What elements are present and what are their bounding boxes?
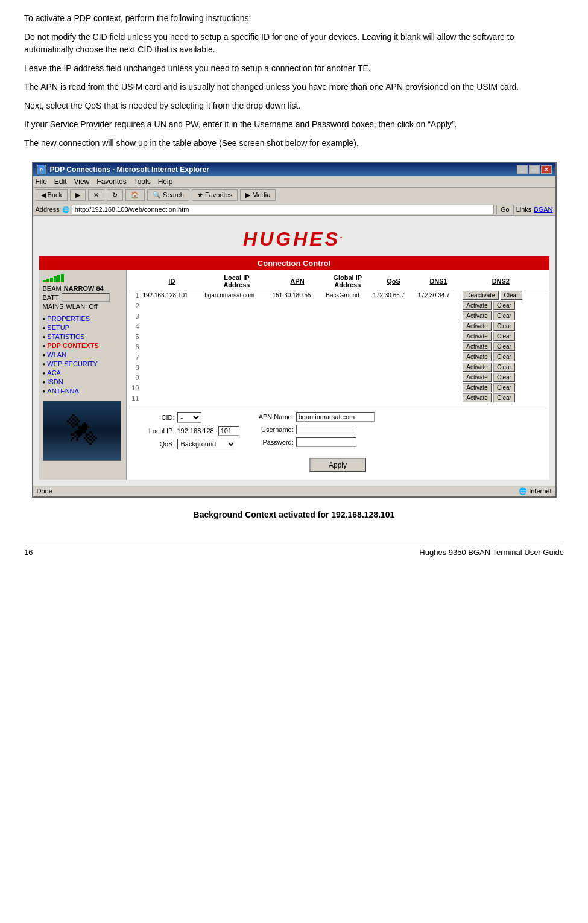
row-qos xyxy=(324,382,371,393)
menu-help[interactable]: Help xyxy=(158,177,173,186)
password-input[interactable] xyxy=(296,437,356,447)
th-dns2: DNS2 xyxy=(461,273,540,290)
activate-button[interactable]: Activate xyxy=(463,373,492,382)
clear-button[interactable]: Clear xyxy=(493,363,515,372)
back-button[interactable]: ◀ Back xyxy=(36,189,68,201)
bullet-icon: ● xyxy=(43,334,46,340)
left-panel: BEAM NARROW 84 BATT MAINS WLAN: Off ● PR… xyxy=(39,270,127,480)
apn-name-input[interactable] xyxy=(296,412,375,422)
username-label: Username: xyxy=(251,426,294,433)
ie-titlebar-left: e PDP Connections - Microsoft Internet E… xyxy=(37,165,209,174)
activate-button[interactable]: Activate xyxy=(463,332,492,341)
stop-button[interactable]: ✕ xyxy=(88,189,104,201)
row-global-ip xyxy=(271,382,324,393)
favorites-button[interactable]: ★ Favorites xyxy=(192,189,238,201)
qos-select[interactable]: Background Streaming Interactive Convers… xyxy=(177,439,236,449)
activate-button[interactable]: Activate xyxy=(463,352,492,361)
clear-button[interactable]: Clear xyxy=(493,373,515,382)
username-input[interactable] xyxy=(296,425,356,434)
row-dns1 xyxy=(371,352,416,362)
page-content: HUGHES. Connection Control xyxy=(33,216,555,486)
nav-wlan[interactable]: ● WLAN xyxy=(43,351,122,358)
local-ip-row: Local IP: 192.168.128. xyxy=(133,426,239,436)
main-layout: BEAM NARROW 84 BATT MAINS WLAN: Off ● PR… xyxy=(39,270,549,480)
address-input[interactable] xyxy=(72,205,494,214)
beam-value: NARROW 84 xyxy=(64,285,104,292)
menu-favorites[interactable]: Favorites xyxy=(96,177,126,186)
row-num: 5 xyxy=(129,331,141,341)
row-num: 8 xyxy=(129,362,141,372)
activate-button[interactable]: Activate xyxy=(463,301,492,310)
clear-button[interactable]: Clear xyxy=(493,322,515,331)
search-button[interactable]: 🔍 Search xyxy=(147,189,189,201)
media-button[interactable]: ▶ Media xyxy=(240,189,276,201)
clear-button[interactable]: Clear xyxy=(501,291,522,300)
cid-select[interactable]: - xyxy=(177,412,201,423)
activate-button[interactable]: Activate xyxy=(463,363,492,372)
row-global-ip xyxy=(271,362,324,372)
nav-statistics[interactable]: ● STATISTICS xyxy=(43,333,122,340)
forward-button[interactable]: ▶ xyxy=(70,189,86,201)
clear-button[interactable]: Clear xyxy=(493,332,515,341)
activate-button[interactable]: Activate xyxy=(463,311,492,320)
ie-title-text: PDP Connections - Microsoft Internet Exp… xyxy=(50,165,209,174)
table-row: 8 Activate Clear xyxy=(129,362,547,372)
nav-pdp-contexts[interactable]: ● PDP CONTEXTS xyxy=(43,342,122,349)
row-dns1 xyxy=(371,300,416,311)
clear-button[interactable]: Clear xyxy=(493,352,515,361)
nav-aca[interactable]: ● ACA xyxy=(43,369,122,376)
row-dns1: 172.30.66.7 xyxy=(371,290,416,301)
bullet-icon: ● xyxy=(43,316,46,322)
local-ip-label: Local IP: xyxy=(133,427,175,434)
ie-menubar: File Edit View Favorites Tools Help xyxy=(33,176,555,188)
bullet-icon: ● xyxy=(43,361,46,367)
menu-file[interactable]: File xyxy=(36,177,47,186)
row-id xyxy=(141,393,203,403)
row-id xyxy=(141,341,203,352)
cid-label: CID: xyxy=(133,414,175,421)
table-row: 9 Activate Clear xyxy=(129,372,547,382)
th-qos: QoS xyxy=(371,273,416,290)
bullet-icon: ● xyxy=(43,370,46,376)
clear-button[interactable]: Clear xyxy=(493,311,515,320)
activate-button[interactable]: Activate xyxy=(463,322,492,331)
clear-button[interactable]: Clear xyxy=(493,383,515,392)
maximize-button[interactable]: □ xyxy=(529,165,540,174)
page-footer: 16 Hughes 9350 BGAN Terminal User Guide xyxy=(24,544,564,557)
clear-button[interactable]: Clear xyxy=(493,393,515,402)
row-id xyxy=(141,331,203,341)
minimize-button[interactable]: _ xyxy=(517,165,528,174)
go-button[interactable]: Go xyxy=(496,205,514,214)
activate-button[interactable]: Activate xyxy=(463,383,492,392)
connection-table: ID Local IPAddress APN Global IPAddress … xyxy=(129,273,547,403)
table-row: 5 Activate Clear xyxy=(129,331,547,341)
nav-isdn[interactable]: ● ISDN xyxy=(43,378,122,385)
apply-button[interactable]: Apply xyxy=(309,458,366,472)
row-actions: Activate Clear xyxy=(461,393,540,403)
left-nav: ● PROPERTIES ● SETUP ● STATISTICS ● PDP … xyxy=(43,315,122,395)
home-button[interactable]: 🏠 xyxy=(125,189,145,201)
password-row: Password: xyxy=(251,437,375,447)
row-qos xyxy=(324,372,371,382)
row-global-ip xyxy=(271,372,324,382)
refresh-button[interactable]: ↻ xyxy=(107,189,123,201)
close-button[interactable]: ✕ xyxy=(541,165,552,174)
menu-tools[interactable]: Tools xyxy=(134,177,151,186)
menu-edit[interactable]: Edit xyxy=(54,177,67,186)
activate-button[interactable]: Activate xyxy=(463,393,492,402)
row-dns2 xyxy=(416,372,461,382)
bullet-icon: ● xyxy=(43,389,46,394)
nav-antenna[interactable]: ● ANTENNA xyxy=(43,387,122,395)
deactivate-button[interactable]: Deactivate xyxy=(463,291,498,300)
nav-wep-security[interactable]: ● WEP SECURITY xyxy=(43,360,122,367)
clear-button[interactable]: Clear xyxy=(493,342,515,351)
menu-view[interactable]: View xyxy=(74,177,90,186)
nav-properties[interactable]: ● PROPERTIES xyxy=(43,315,122,322)
table-row: 11 Activate Clear xyxy=(129,393,547,403)
activate-button[interactable]: Activate xyxy=(463,342,492,351)
clear-button[interactable]: Clear xyxy=(493,301,515,310)
bgan-link[interactable]: BGAN xyxy=(534,206,552,213)
local-ip-input[interactable] xyxy=(218,426,239,436)
row-actions: Activate Clear xyxy=(461,362,540,372)
nav-setup[interactable]: ● SETUP xyxy=(43,324,122,331)
